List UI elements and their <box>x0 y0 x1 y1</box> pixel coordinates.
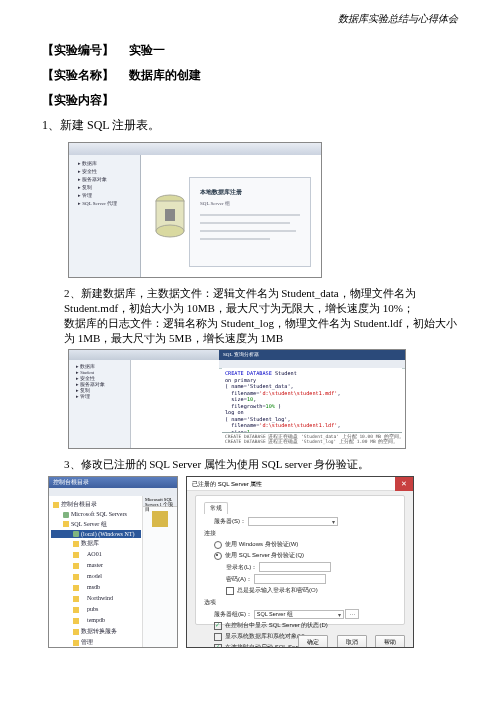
ok-button[interactable]: 确定 <box>298 635 328 648</box>
s1-panel-sub: SQL Server 组 <box>200 200 230 206</box>
screenshot-3-tree: 控制台根目录 控制台根目录Microsoft SQL ServersSQL Se… <box>48 476 178 648</box>
s1-tree: ▸ 数据库▸ 安全性▸ 服务器对象▸ 复制▸ 管理▸ SQL Server 代理 <box>69 155 141 277</box>
s2-right: SQL 查询分析器 CREATE DATABASE Student on pri… <box>219 350 405 448</box>
pwd-input[interactable] <box>254 574 326 584</box>
exp-name-label: 【实验名称】 <box>42 68 114 82</box>
tree-item[interactable]: ▸ 管理 <box>71 393 128 399</box>
tree-item[interactable]: ▸ SQL Server 代理 <box>72 199 137 207</box>
tree-item[interactable]: 数据库 <box>51 538 141 549</box>
screenshot-1: ▸ 数据库▸ 安全性▸ 服务器对象▸ 复制▸ 管理▸ SQL Server 代理… <box>68 142 322 278</box>
svg-rect-3 <box>165 209 175 221</box>
tree-item[interactable]: master <box>51 560 141 571</box>
server-combo[interactable] <box>248 517 338 526</box>
s1-main: 本地数据库注册 SQL Server 组 <box>141 155 321 277</box>
s2-left: ▸ 数据库▸ Student▸ 安全性▸ 服务器对象▸ 复制▸ 管理 <box>69 350 220 448</box>
exp-id-row: 【实验编号】 实验一 <box>42 42 458 59</box>
sect-conn: 连接 <box>204 529 396 538</box>
group-combo[interactable]: SQL Server 组 <box>254 610 344 619</box>
tree-item[interactable]: Microsoft SQL Servers <box>51 510 141 519</box>
cancel-button[interactable]: 取消 <box>337 635 367 648</box>
s3a-title: 控制台根目录 <box>49 477 177 488</box>
sect-options: 选项 <box>204 598 396 607</box>
radio-sql-auth[interactable] <box>214 552 222 560</box>
chk-prompt-label: 总是提示输入登录名和密码(O) <box>237 587 318 593</box>
page-header: 数据库实验总结与心得体会 <box>338 12 458 26</box>
tree-item[interactable]: (local) (Windows NT) <box>51 530 141 539</box>
server-icon <box>151 191 189 241</box>
step-3: 3、修改已注册的 SQL Server 属性为使用 SQL server 身份验… <box>64 457 458 472</box>
group-ellipsis-button[interactable]: … <box>345 609 359 619</box>
tree-item[interactable]: pubs <box>51 604 141 615</box>
s2-messages: CREATE DATABASE 进程正在磁盘 'Student_data' 上分… <box>222 432 402 446</box>
tree-item[interactable]: ▸ 数据库 <box>72 159 137 167</box>
tree-item[interactable]: msdb <box>51 582 141 593</box>
exp-name-value: 数据库的创建 <box>129 68 201 82</box>
login-input[interactable] <box>259 562 331 572</box>
s3a-tree: 控制台根目录Microsoft SQL ServersSQL Server 组(… <box>49 496 143 647</box>
tree-item[interactable]: SQL Server 组 <box>51 519 141 530</box>
tree-item[interactable]: 管理 <box>51 637 141 648</box>
tab-general[interactable]: 常规 <box>204 502 228 514</box>
s3a-right-head: Microsoft SQL Servers 1 个项目 <box>143 496 177 507</box>
pwd-label: 密码(A)： <box>226 576 252 582</box>
radio-sql-label: 使用 SQL Server 身份验证(Q) <box>225 552 304 558</box>
tree-item[interactable]: tempdb <box>51 615 141 626</box>
exp-name-row: 【实验名称】 数据库的创建 <box>42 67 458 84</box>
radio-win-auth[interactable] <box>214 541 222 549</box>
s1-panel-title: 本地数据库注册 <box>200 188 242 197</box>
server-label: 服务器(S)： <box>214 518 246 524</box>
group-label: 服务器组(E)： <box>214 611 252 617</box>
screenshot-3-dialog: 已注册的 SQL Server 属性 ✕ 常规 服务器(S)： 连接 使用 Wi… <box>186 476 414 648</box>
dialog-title-text: 已注册的 SQL Server 属性 <box>192 481 262 487</box>
tree-item[interactable]: Northwind <box>51 593 141 604</box>
s1-panel: 本地数据库注册 SQL Server 组 <box>189 177 311 267</box>
step-1: 1、新建 SQL 注册表。 <box>42 117 458 134</box>
tree-item[interactable]: model <box>51 571 141 582</box>
s2-titlebar: SQL 查询分析器 <box>219 350 405 360</box>
tree-item[interactable]: ▸ 服务器对象 <box>72 175 137 183</box>
s2-code: CREATE DATABASE Student on primary ( nam… <box>222 368 402 434</box>
server-group-icon <box>152 511 168 527</box>
login-label: 登录名(L)： <box>226 564 257 570</box>
help-button[interactable]: 帮助 <box>375 635 405 648</box>
s2-tree: ▸ 数据库▸ Student▸ 安全性▸ 服务器对象▸ 复制▸ 管理 <box>69 360 131 448</box>
s3a-right: Microsoft SQL Servers 1 个项目 <box>142 496 177 647</box>
tree-item[interactable]: ▸ 管理 <box>72 191 137 199</box>
tree-item[interactable]: ▸ 安全性 <box>72 167 137 175</box>
exp-id-value: 实验一 <box>129 43 165 57</box>
screenshot-2: ▸ 数据库▸ Student▸ 安全性▸ 服务器对象▸ 复制▸ 管理 SQL 查… <box>68 349 406 449</box>
close-icon[interactable]: ✕ <box>395 477 413 491</box>
radio-win-label: 使用 Windows 身份验证(W) <box>225 541 298 547</box>
step-2: 2、新建数据库，主数据文件：逻辑文件名为 Student_data，物理文件名为… <box>64 286 458 345</box>
tree-item[interactable]: 数据转换服务 <box>51 626 141 637</box>
svg-point-2 <box>156 225 184 237</box>
tree-item[interactable]: AO01 <box>51 549 141 560</box>
exp-id-label: 【实验编号】 <box>42 43 114 57</box>
dialog-body: 常规 服务器(S)： 连接 使用 Windows 身份验证(W) 使用 SQL … <box>195 495 405 625</box>
exp-content-label: 【实验内容】 <box>42 92 458 109</box>
tree-item[interactable]: 控制台根目录 <box>51 499 141 510</box>
chk-prompt[interactable] <box>226 587 234 595</box>
tree-item[interactable]: ▸ 复制 <box>72 183 137 191</box>
dialog-title: 已注册的 SQL Server 属性 ✕ <box>187 477 413 491</box>
